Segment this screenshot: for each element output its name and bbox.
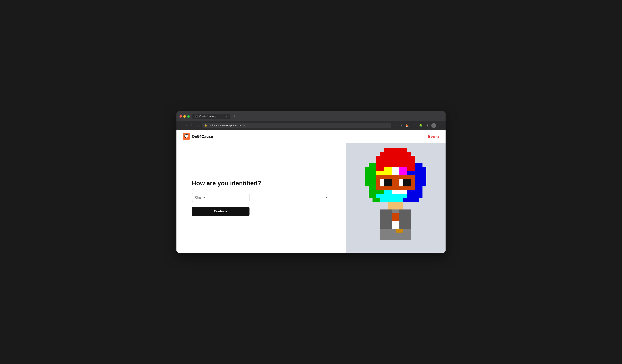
maximize-button[interactable] xyxy=(187,115,190,118)
bookmark-icon[interactable]: ☆ xyxy=(393,123,398,128)
svg-rect-50 xyxy=(380,210,392,229)
svg-rect-34 xyxy=(407,190,415,194)
tab-close-button[interactable]: × xyxy=(226,115,227,118)
secure-icon: 🔒 xyxy=(205,124,207,127)
right-panel xyxy=(346,143,446,253)
address-text: on54cause.vercel.app/onboarding xyxy=(209,124,246,127)
svg-rect-14 xyxy=(376,171,384,175)
svg-rect-31 xyxy=(384,190,392,194)
pixel-art-character xyxy=(357,148,434,248)
back-button[interactable]: ‹ xyxy=(179,123,183,128)
new-tab-button[interactable]: + xyxy=(232,114,237,119)
active-tab[interactable]: ▲ Create Next App × xyxy=(192,114,231,119)
forward-button[interactable]: › xyxy=(185,123,188,128)
svg-rect-12 xyxy=(399,167,407,171)
svg-rect-1 xyxy=(384,148,407,152)
home-button[interactable]: ⌂ xyxy=(196,123,200,128)
svg-rect-36 xyxy=(384,194,392,198)
chevron-down-icon[interactable]: ⌄ xyxy=(440,115,443,118)
info-icon[interactable]: ℹ xyxy=(400,123,403,128)
browser-titlebar: ▲ Create Next App × + ⌄ xyxy=(176,111,446,121)
svg-rect-51 xyxy=(399,210,411,229)
svg-rect-29 xyxy=(415,186,423,198)
svg-rect-8 xyxy=(419,167,426,186)
logo-text: On54Cause xyxy=(192,134,213,139)
identity-select-wrapper: Charity Individual Organization Sponsor … xyxy=(192,193,330,202)
site-nav: On54Cause Events xyxy=(176,130,446,143)
svg-rect-6 xyxy=(365,167,372,186)
svg-rect-11 xyxy=(392,167,399,171)
svg-rect-43 xyxy=(403,198,411,202)
address-bar[interactable]: 🔒 on54cause.vercel.app/onboarding xyxy=(202,123,391,128)
svg-rect-49 xyxy=(392,213,399,217)
menu-icon[interactable]: ⋮ xyxy=(437,123,443,128)
svg-rect-22 xyxy=(392,179,399,186)
page-content: On54Cause Events How are you identified?… xyxy=(176,130,446,253)
svg-rect-2 xyxy=(380,152,411,156)
svg-rect-26 xyxy=(399,179,403,186)
logo-icon xyxy=(183,133,190,140)
form-question: How are you identified? xyxy=(192,180,330,187)
chevron-down-icon: ▾ xyxy=(326,196,328,199)
svg-rect-3 xyxy=(376,156,415,163)
svg-rect-25 xyxy=(380,179,384,186)
svg-rect-17 xyxy=(399,171,407,175)
svg-rect-40 xyxy=(372,198,380,202)
svg-rect-9 xyxy=(376,167,384,171)
toolbar-actions: ☆ ℹ 🦊 🛡 🧩 ⬇ J ⋮ xyxy=(393,123,443,128)
svg-rect-52 xyxy=(396,229,403,232)
svg-rect-35 xyxy=(376,194,384,198)
nav-events-link[interactable]: Events xyxy=(428,134,439,138)
svg-rect-20 xyxy=(376,179,380,186)
extension-icon-1[interactable]: 🦊 xyxy=(404,123,410,128)
svg-rect-27 xyxy=(376,186,415,190)
tab-favicon: ▲ xyxy=(195,115,198,118)
svg-rect-15 xyxy=(384,171,392,175)
svg-rect-13 xyxy=(407,167,415,171)
svg-rect-18 xyxy=(407,171,415,175)
svg-rect-33 xyxy=(399,190,407,194)
left-panel: How are you identified? Charity Individu… xyxy=(176,143,346,253)
tab-title: Create Next App xyxy=(199,115,225,118)
tab-bar: ▲ Create Next App × + xyxy=(192,114,438,119)
svg-rect-19 xyxy=(376,175,415,179)
browser-toolbar: ‹ › ↻ ⌂ 🔒 on54cause.vercel.app/onboardin… xyxy=(176,121,446,130)
svg-rect-41 xyxy=(380,198,388,202)
svg-rect-4 xyxy=(376,163,415,167)
browser-window: ▲ Create Next App × + ⌄ ‹ › ↻ ⌂ 🔒 on54ca… xyxy=(176,111,446,253)
svg-rect-16 xyxy=(392,171,399,175)
svg-rect-44 xyxy=(411,198,419,202)
close-button[interactable] xyxy=(179,115,182,118)
svg-rect-42 xyxy=(388,198,403,202)
svg-rect-32 xyxy=(392,190,399,194)
identity-select[interactable]: Charity Individual Organization Sponsor xyxy=(192,193,250,202)
download-icon[interactable]: ⬇ xyxy=(425,123,430,128)
svg-rect-24 xyxy=(411,179,415,186)
extension-icon-3[interactable]: 🧩 xyxy=(418,123,424,128)
profile-avatar[interactable]: J xyxy=(431,123,436,128)
main-layout: How are you identified? Charity Individu… xyxy=(176,143,446,253)
svg-rect-30 xyxy=(376,190,384,194)
svg-rect-37 xyxy=(392,194,399,198)
svg-rect-45 xyxy=(388,202,403,210)
svg-rect-39 xyxy=(407,194,415,198)
minimize-button[interactable] xyxy=(183,115,186,118)
svg-rect-10 xyxy=(384,167,392,171)
logo-area: On54Cause xyxy=(183,133,213,140)
traffic-lights xyxy=(179,115,190,118)
continue-button[interactable]: Continue xyxy=(192,207,250,216)
refresh-button[interactable]: ↻ xyxy=(190,123,194,128)
svg-rect-28 xyxy=(369,186,376,198)
extension-icon-2[interactable]: 🛡 xyxy=(411,123,417,128)
svg-rect-38 xyxy=(399,194,407,198)
